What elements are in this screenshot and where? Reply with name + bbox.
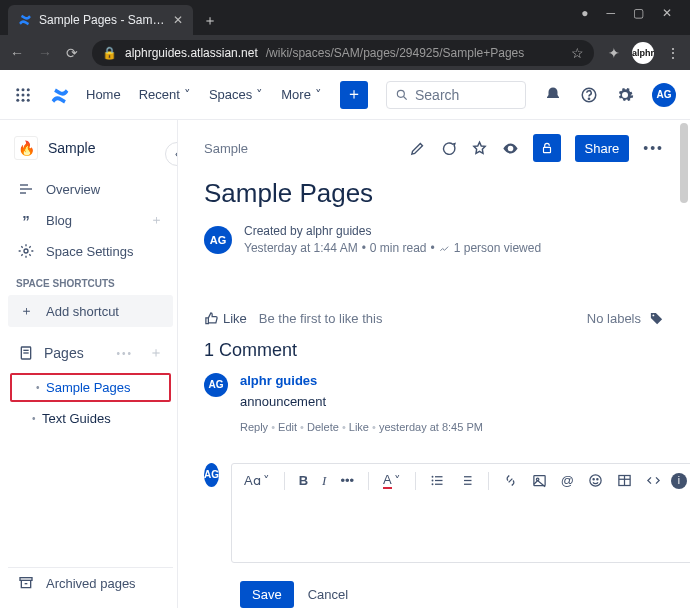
svg-point-6 (16, 98, 19, 101)
comment-edit[interactable]: Edit (278, 421, 307, 433)
image-icon[interactable] (528, 471, 551, 490)
view-count[interactable]: 1 person viewed (454, 240, 541, 257)
app-switcher-icon[interactable] (14, 86, 32, 104)
breadcrumb[interactable]: Sample (204, 141, 248, 156)
close-window-icon[interactable]: ✕ (662, 6, 672, 20)
user-avatar[interactable]: AG (652, 83, 676, 107)
editor-textarea[interactable] (232, 498, 690, 558)
close-tab-icon[interactable]: ✕ (173, 13, 183, 27)
emoji-icon[interactable] (584, 471, 607, 490)
bullet-list-icon[interactable] (426, 471, 449, 490)
italic-button[interactable]: I (318, 471, 330, 491)
svg-rect-31 (464, 480, 472, 481)
profile-avatar[interactable]: alphr (632, 42, 654, 64)
chevron-down-icon: ˅ (315, 87, 322, 102)
bold-button[interactable]: B (295, 471, 312, 490)
nav-spaces[interactable]: Spaces ˅ (209, 87, 263, 102)
minimize-icon[interactable]: ─ (606, 6, 615, 20)
url-bar[interactable]: 🔒 alphrguides.atlassian.net/wiki/spaces/… (92, 40, 594, 66)
chevron-down-icon: ˅ (263, 473, 270, 488)
scrollbar[interactable] (680, 123, 688, 203)
svg-point-37 (597, 479, 598, 480)
create-button[interactable]: ＋ (340, 81, 368, 109)
comment-author[interactable]: alphr guides (240, 373, 483, 388)
pages-more-icon[interactable]: ••• (116, 348, 133, 359)
comment-editor[interactable]: Aɑ˅ B I ••• A˅ (231, 463, 690, 563)
gear-icon (18, 243, 34, 259)
confluence-favicon (18, 13, 32, 27)
author-avatar[interactable]: AG (204, 226, 232, 254)
comment-delete[interactable]: Delete (307, 421, 349, 433)
chevron-down-icon: ˅ (256, 87, 263, 102)
add-shortcut-button[interactable]: ＋ Add shortcut (8, 295, 173, 327)
sidebar-item-label: Archived pages (46, 576, 136, 591)
add-blog-icon[interactable]: ＋ (150, 211, 163, 229)
restrictions-button[interactable] (533, 134, 561, 162)
kebab-menu-icon[interactable]: ⋮ (666, 45, 680, 61)
read-time: 0 min read (370, 240, 427, 257)
svg-point-9 (397, 90, 404, 97)
text-style-dropdown[interactable]: Aɑ˅ (240, 471, 274, 490)
sidebar-archived[interactable]: Archived pages (8, 568, 173, 598)
nav-recent[interactable]: Recent ˅ (139, 87, 191, 102)
help-icon[interactable] (580, 86, 598, 104)
extensions-icon[interactable]: ✦ (608, 45, 620, 61)
watch-icon[interactable] (502, 140, 519, 157)
timestamp: Yesterday at 1:44 AM (244, 240, 358, 257)
notifications-icon[interactable] (544, 86, 562, 104)
confluence-logo-icon[interactable] (50, 86, 68, 104)
maximize-icon[interactable]: ▢ (633, 6, 644, 20)
nav-more[interactable]: More ˅ (281, 87, 322, 102)
edit-icon[interactable] (409, 140, 426, 157)
editor-avatar: AG (204, 463, 219, 487)
record-icon[interactable]: ● (581, 6, 588, 20)
link-icon[interactable] (499, 471, 522, 490)
more-format-icon[interactable]: ••• (336, 471, 358, 490)
bookmark-star-icon[interactable]: ☆ (571, 45, 584, 61)
tree-sample-pages[interactable]: Sample Pages (12, 375, 169, 400)
info-panel-icon[interactable]: i (671, 473, 687, 489)
tree-text-guides[interactable]: Text Guides (8, 406, 173, 431)
author-label: Created by alphr guides (244, 223, 541, 240)
add-page-icon[interactable]: ＋ (149, 344, 163, 362)
code-snippet-icon[interactable] (642, 471, 665, 490)
cancel-button[interactable]: Cancel (308, 587, 348, 602)
reload-icon[interactable]: ⟳ (66, 45, 78, 61)
mention-icon[interactable]: @ (557, 471, 578, 490)
back-icon[interactable]: ← (10, 45, 24, 61)
app-nav: Home Recent ˅ Spaces ˅ More ˅ ＋ Search A… (0, 70, 690, 120)
like-prompt: Be the first to like this (259, 311, 383, 326)
comment-time: yesterday at 8:45 PM (379, 421, 483, 433)
sidebar-pages[interactable]: Pages ••• ＋ (8, 337, 173, 369)
sidebar-overview[interactable]: Overview (8, 174, 173, 204)
plus-icon: ＋ (18, 302, 34, 320)
svg-rect-32 (464, 484, 472, 485)
numbered-list-icon[interactable] (455, 471, 478, 490)
sidebar-blog[interactable]: ” Blog ＋ (8, 204, 173, 236)
comment-like[interactable]: Like (349, 421, 379, 433)
table-icon[interactable] (613, 471, 636, 490)
space-name[interactable]: Sample (48, 140, 95, 156)
pages-icon (18, 345, 34, 361)
save-button[interactable]: Save (240, 581, 294, 608)
comment-icon[interactable] (440, 140, 457, 157)
more-actions-icon[interactable]: ••• (643, 140, 664, 156)
text-color-button[interactable]: A˅ (379, 470, 405, 491)
star-icon[interactable] (471, 140, 488, 157)
nav-home[interactable]: Home (86, 87, 121, 102)
archive-icon (18, 575, 34, 591)
share-button[interactable]: Share (575, 135, 630, 162)
svg-point-4 (22, 93, 25, 96)
like-button[interactable]: Like (204, 311, 247, 326)
search-input[interactable]: Search (386, 81, 526, 109)
sidebar-space-settings[interactable]: Space Settings (8, 236, 173, 266)
settings-gear-icon[interactable] (616, 86, 634, 104)
comment-avatar[interactable]: AG (204, 373, 228, 397)
tree-label: Sample Pages (34, 380, 131, 395)
labels-icon[interactable] (649, 311, 664, 326)
forward-icon[interactable]: → (38, 45, 52, 61)
comment-reply[interactable]: Reply (240, 421, 278, 433)
new-tab-button[interactable]: ＋ (203, 12, 217, 30)
svg-rect-22 (543, 147, 550, 152)
browser-tab[interactable]: Sample Pages - Sample - Conflu… ✕ (8, 5, 193, 35)
